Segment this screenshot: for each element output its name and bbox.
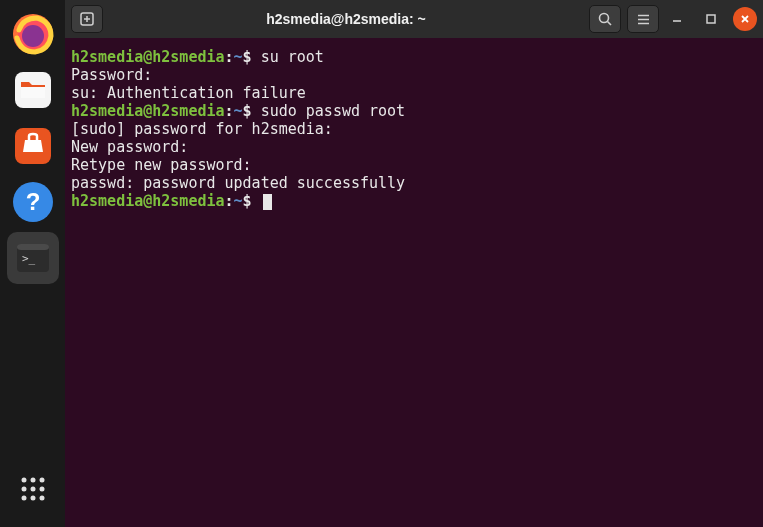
new-tab-icon [79, 11, 95, 27]
dock-files[interactable] [7, 64, 59, 116]
prompt-user: h2smedia@h2smedia [71, 48, 225, 66]
maximize-icon [705, 13, 717, 25]
terminal-line: Password: [71, 66, 757, 84]
dock-software[interactable] [7, 120, 59, 172]
terminal-window: h2smedia@h2smedia: ~ [65, 0, 763, 527]
svg-point-2 [22, 25, 44, 47]
prompt-path: ~ [234, 192, 243, 210]
software-icon [11, 124, 55, 168]
hamburger-icon [636, 12, 651, 27]
terminal-line: passwd: password updated successfully [71, 174, 757, 192]
search-button[interactable] [589, 5, 621, 33]
files-icon [11, 68, 55, 112]
svg-text:?: ? [25, 188, 40, 215]
svg-text:>_: >_ [22, 252, 36, 265]
new-tab-button[interactable] [71, 5, 103, 33]
svg-point-16 [39, 487, 44, 492]
dock-help[interactable]: ? [7, 176, 59, 228]
prompt-user: h2smedia@h2smedia [71, 102, 225, 120]
svg-point-13 [39, 478, 44, 483]
terminal-icon: >_ [11, 236, 55, 280]
svg-point-18 [30, 496, 35, 501]
svg-point-14 [21, 487, 26, 492]
prompt-user: h2smedia@h2smedia [71, 192, 225, 210]
command-text: sudo passwd root [252, 102, 406, 120]
terminal-line: [sudo] password for h2smedia: [71, 120, 757, 138]
svg-point-15 [30, 487, 35, 492]
svg-rect-22 [707, 15, 715, 23]
prompt-path: ~ [234, 48, 243, 66]
terminal-line: h2smedia@h2smedia:~$ su root [71, 48, 757, 66]
svg-rect-4 [21, 87, 45, 98]
terminal-line: h2smedia@h2smedia:~$ [71, 192, 757, 210]
svg-rect-9 [17, 244, 49, 250]
close-button[interactable] [733, 7, 757, 31]
terminal-viewport[interactable]: h2smedia@h2smedia:~$ su root Password: s… [65, 38, 763, 527]
minimize-button[interactable] [665, 7, 689, 31]
dock: ? >_ [0, 0, 65, 527]
svg-point-19 [39, 496, 44, 501]
svg-point-21 [599, 13, 608, 22]
minimize-icon [671, 13, 683, 25]
menu-button[interactable] [627, 5, 659, 33]
svg-point-11 [21, 478, 26, 483]
search-icon [598, 12, 613, 27]
apps-grid-icon [20, 476, 46, 502]
prompt-path: ~ [234, 102, 243, 120]
help-icon: ? [11, 180, 55, 224]
svg-point-17 [21, 496, 26, 501]
firefox-icon [11, 12, 55, 56]
terminal-line: su: Authentication failure [71, 84, 757, 102]
show-applications[interactable] [7, 463, 59, 515]
svg-point-12 [30, 478, 35, 483]
terminal-line: Retype new password: [71, 156, 757, 174]
terminal-cursor [263, 194, 272, 210]
window-title: h2smedia@h2smedia: ~ [109, 11, 583, 27]
maximize-button[interactable] [699, 7, 723, 31]
close-icon [739, 13, 751, 25]
dock-terminal[interactable]: >_ [7, 232, 59, 284]
titlebar: h2smedia@h2smedia: ~ [65, 0, 763, 38]
terminal-line: New password: [71, 138, 757, 156]
terminal-line: h2smedia@h2smedia:~$ sudo passwd root [71, 102, 757, 120]
command-text: su root [252, 48, 324, 66]
dock-firefox[interactable] [7, 8, 59, 60]
